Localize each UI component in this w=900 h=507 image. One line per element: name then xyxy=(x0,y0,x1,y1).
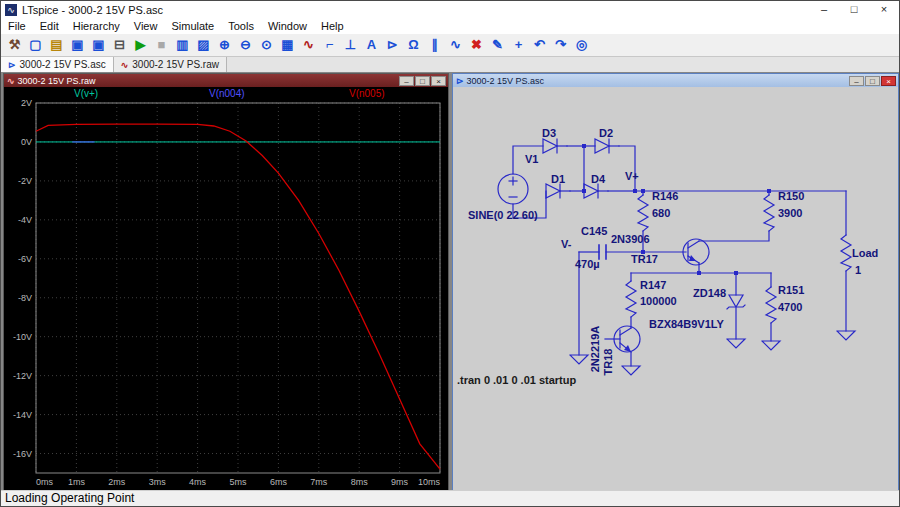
menu-hierarchy[interactable]: Hierarchy xyxy=(66,19,127,34)
print-icon[interactable]: ⊟ xyxy=(109,35,130,55)
legend-trace-n004[interactable]: V(n004) xyxy=(209,88,245,99)
plot-legend: V(v+) V(n004) V(n005) xyxy=(74,88,385,99)
redo-icon[interactable]: ↷ xyxy=(550,35,571,55)
schem-close-button[interactable]: × xyxy=(881,76,896,86)
menu-help[interactable]: Help xyxy=(314,19,351,34)
label-r147: R147 xyxy=(640,279,666,291)
schematic-window-titlebar[interactable]: ⊳ 3000-2 15V PS.asc – □ × xyxy=(453,74,898,87)
plot-close-button[interactable]: × xyxy=(431,76,446,86)
delete-icon[interactable]: ✖ xyxy=(466,35,487,55)
diode-d2[interactable] xyxy=(595,139,619,153)
schem-minimize-button[interactable]: – xyxy=(849,76,864,86)
capacitor-icon[interactable]: ∥ xyxy=(424,35,445,55)
menu-window[interactable]: Window xyxy=(261,19,314,34)
diode-d4[interactable] xyxy=(584,184,608,198)
svg-text:-2V: -2V xyxy=(18,176,32,186)
waveform-plot-area[interactable]: 0ms1ms2ms3ms4ms5ms6ms7ms8ms9ms10ms2V0V-2… xyxy=(4,87,448,491)
resistor-icon[interactable]: Ω xyxy=(403,35,424,55)
label-r146-value: 680 xyxy=(652,207,670,219)
zoom-out-icon[interactable]: ⊖ xyxy=(235,35,256,55)
resistor-r147[interactable] xyxy=(626,281,636,317)
legend-trace-n005[interactable]: V(n005) xyxy=(349,88,385,99)
ltspice-window: ∿ LTspice - 3000-2 15V PS.asc – □ × File… xyxy=(0,0,900,507)
svg-text:-14V: -14V xyxy=(13,410,32,420)
tab-strip: ⊳ 3000-2 15V PS.asc ∿ 3000-2 15V PS.raw xyxy=(1,57,899,73)
new-schematic-icon[interactable]: ▢ xyxy=(25,35,46,55)
label-r147-value: 100000 xyxy=(640,295,677,307)
zoom-in-icon[interactable]: ⊕ xyxy=(214,35,235,55)
junction-dots xyxy=(582,144,771,275)
save-all-icon[interactable]: ▣ xyxy=(88,35,109,55)
zoom-fit-icon[interactable]: ⊙ xyxy=(256,35,277,55)
net-label-icon[interactable]: A xyxy=(361,35,382,55)
label-r150-value: 3900 xyxy=(778,207,802,219)
wire-icon[interactable]: ⌐ xyxy=(319,35,340,55)
waveform-icon[interactable]: ∿ xyxy=(298,35,319,55)
menu-view[interactable]: View xyxy=(127,19,165,34)
schem-restore-button[interactable]: □ xyxy=(865,76,880,86)
ground-icon[interactable]: ⊥ xyxy=(340,35,361,55)
resistor-r146[interactable] xyxy=(638,195,648,231)
mdi-area: ∿ 3000-2 15V PS.raw – □ × 0ms1ms2ms3ms4m… xyxy=(1,72,899,491)
undo-icon[interactable]: ↶ xyxy=(529,35,550,55)
control-panel-icon[interactable]: ⚒ xyxy=(4,35,25,55)
search-icon[interactable]: ◎ xyxy=(571,35,592,55)
plot-minimize-button[interactable]: – xyxy=(399,76,414,86)
text-icon[interactable]: ✎ xyxy=(487,35,508,55)
legend-trace-vplus[interactable]: V(v+) xyxy=(74,88,98,99)
tab-schematic[interactable]: ⊳ 3000-2 15V PS.asc xyxy=(1,57,114,72)
label-tr17-type: 2N3906 xyxy=(611,233,650,245)
save-icon[interactable]: ▣ xyxy=(67,35,88,55)
waveform-window-title: 3000-2 15V PS.raw xyxy=(18,76,96,86)
diode-icon[interactable]: ⊳ xyxy=(382,35,403,55)
svg-text:-8V: -8V xyxy=(18,293,32,303)
cascade-windows-icon[interactable]: ▨ xyxy=(193,35,214,55)
resistor-r150[interactable] xyxy=(764,195,774,231)
run-icon[interactable]: ▶ xyxy=(130,35,151,55)
toolbar: ⚒▢▤▣▣⊟▶■▥▨⊕⊖⊙▦∿⌐⊥A⊳Ω∥∿✖✎+↶↷◎ xyxy=(1,34,899,57)
maximize-button[interactable]: □ xyxy=(839,1,869,19)
svg-text:3ms: 3ms xyxy=(149,477,167,487)
status-text: Loading Operating Point xyxy=(1,491,899,506)
waveform-window-titlebar[interactable]: ∿ 3000-2 15V PS.raw – □ × xyxy=(4,74,448,87)
plot-axis-labels: 0ms1ms2ms3ms4ms5ms6ms7ms8ms9ms10ms2V0V-2… xyxy=(13,98,441,487)
transistor-tr17[interactable] xyxy=(683,239,709,265)
minimize-button[interactable]: – xyxy=(809,1,839,19)
plot-restore-button[interactable]: □ xyxy=(415,76,430,86)
label-zd148-type: BZX84B9V1LY xyxy=(649,318,724,330)
halt-icon[interactable]: ■ xyxy=(151,35,172,55)
diode-d3[interactable] xyxy=(543,139,567,153)
tab-waveform[interactable]: ∿ 3000-2 15V PS.raw xyxy=(114,57,227,72)
spice-directive: .tran 0 .01 0 .01 startup xyxy=(457,374,576,386)
schematic-tab-icon: ⊳ xyxy=(8,58,16,72)
menu-simulate[interactable]: Simulate xyxy=(164,19,221,34)
grid-icon[interactable]: ▦ xyxy=(277,35,298,55)
ground-symbol xyxy=(570,355,588,364)
tile-windows-icon[interactable]: ▥ xyxy=(172,35,193,55)
move-icon[interactable]: + xyxy=(508,35,529,55)
voltage-source-v1[interactable] xyxy=(498,174,528,204)
label-d3: D3 xyxy=(542,127,556,139)
label-sine: SINE(0 22 60) xyxy=(468,209,538,221)
close-button[interactable]: × xyxy=(869,1,899,19)
label-load: Load xyxy=(852,247,878,259)
menu-tools[interactable]: Tools xyxy=(221,19,261,34)
schematic-svg[interactable]: V1 SINE(0 22 60) D3 D2 D1 D4 V+ V- C145 … xyxy=(453,87,898,492)
waveform-plot[interactable]: 0ms1ms2ms3ms4ms5ms6ms7ms8ms9ms10ms2V0V-2… xyxy=(4,87,448,492)
menu-edit[interactable]: Edit xyxy=(33,19,66,34)
inductor-icon[interactable]: ∿ xyxy=(445,35,466,55)
label-vplus: V+ xyxy=(625,170,639,182)
diode-d1[interactable] xyxy=(546,184,570,198)
schematic-canvas[interactable]: V1 SINE(0 22 60) D3 D2 D1 D4 V+ V- C145 … xyxy=(453,87,898,491)
app-icon: ∿ xyxy=(5,4,17,16)
resistor-load[interactable] xyxy=(841,235,851,271)
resistor-r151[interactable] xyxy=(766,287,776,323)
label-r150: R150 xyxy=(778,190,804,202)
label-v1: V1 xyxy=(525,153,538,165)
label-d2: D2 xyxy=(599,127,613,139)
menu-file[interactable]: File xyxy=(1,19,33,34)
zener-zd148[interactable] xyxy=(727,295,745,309)
svg-text:4ms: 4ms xyxy=(189,477,207,487)
capacitor-c145[interactable] xyxy=(599,245,606,259)
open-icon[interactable]: ▤ xyxy=(46,35,67,55)
